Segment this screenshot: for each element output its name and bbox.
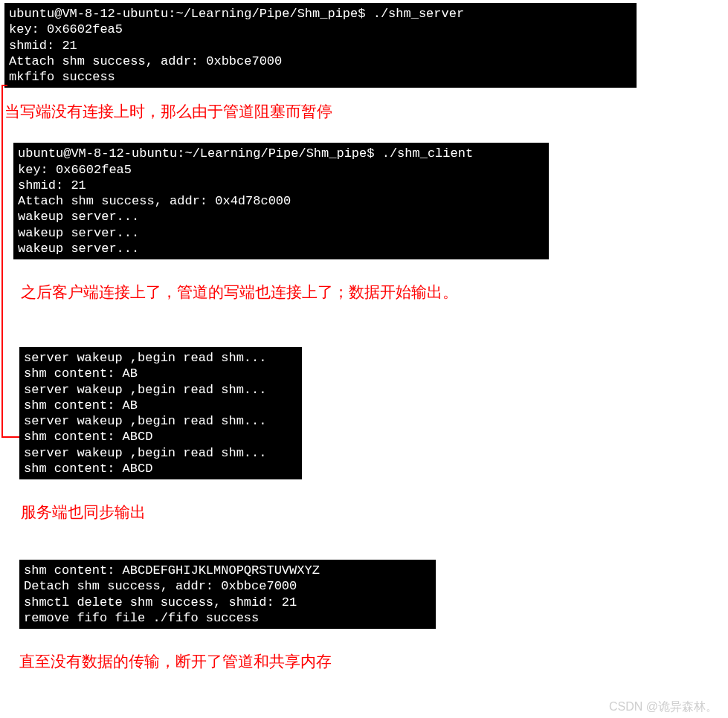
annotation-3: 服务端也同步输出 <box>21 502 728 523</box>
vertical-connector <box>1 85 3 438</box>
annotation-1: 当写端没有连接上时，那么由于管道阻塞而暂停 <box>4 101 728 122</box>
connector-top <box>1 85 7 86</box>
terminal-server-start: ubuntu@VM-8-12-ubuntu:~/Learning/Pipe/Sh… <box>4 3 637 88</box>
watermark: CSDN @诡异森林。 <box>609 699 718 715</box>
connector-bottom <box>1 436 19 438</box>
terminal-server-end: shm content: ABCDEFGHIJKLMNOPQRSTUVWXYZ … <box>19 560 436 629</box>
annotation-4: 直至没有数据的传输，断开了管道和共享内存 <box>19 651 728 672</box>
annotation-2: 之后客户端连接上了，管道的写端也连接上了；数据开始输出。 <box>21 282 728 303</box>
terminal-client-start: ubuntu@VM-8-12-ubuntu:~/Learning/Pipe/Sh… <box>13 143 549 259</box>
terminal-server-read: server wakeup ,begin read shm... shm con… <box>19 347 302 479</box>
